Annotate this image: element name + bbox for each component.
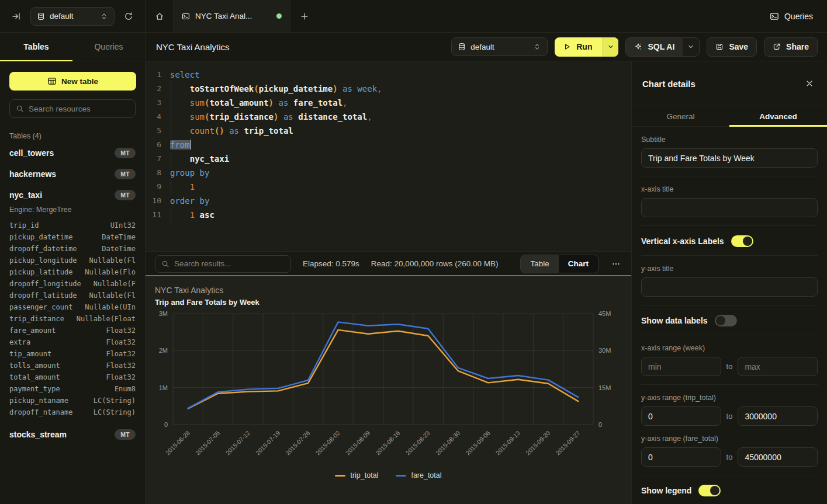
sidebar-table-cell_towers[interactable]: cell_towersMT (0, 142, 145, 164)
svg-text:2015-06-28: 2015-06-28 (164, 429, 192, 457)
toolbar-controls: default Run SQL AI Save (451, 37, 818, 57)
sql-editor[interactable]: 1select2 toStartOfWeek(pickup_datetime) … (146, 61, 631, 251)
new-table-button[interactable]: New table (9, 72, 136, 91)
sql-ai-button[interactable]: SQL AI (626, 38, 683, 56)
save-button[interactable]: Save (707, 37, 757, 57)
x-axis-title-input[interactable] (641, 198, 818, 217)
column-row: pickup_datetimeDateTime (9, 231, 136, 243)
show-legend-group: Show legend (641, 475, 818, 504)
x-axis-range-max-input[interactable] (738, 357, 818, 376)
chart-details-header: Chart details (632, 61, 827, 106)
view-toggle-chart-label: Chart (568, 259, 589, 268)
line-number: 3 (146, 96, 170, 110)
tab-advanced[interactable]: Advanced (729, 106, 827, 126)
column-row: extraFloat32 (9, 336, 136, 348)
svg-text:2015-09-06: 2015-09-06 (464, 429, 492, 457)
indent-guide (171, 152, 171, 166)
share-button[interactable]: Share (764, 37, 818, 57)
sidebar-table-hackernews[interactable]: hackernewsMT (0, 164, 145, 185)
new-tab-button[interactable] (290, 0, 319, 32)
chevron-updown-icon (100, 12, 108, 20)
database-icon (37, 12, 45, 20)
line-number: 10 (146, 194, 170, 208)
y-axis-range-trip-min-input[interactable] (641, 406, 721, 426)
svg-text:2015-08-30: 2015-08-30 (434, 429, 462, 457)
subtitle-input[interactable] (641, 148, 818, 168)
search-icon (16, 105, 24, 113)
x-axis-range-min-input[interactable] (641, 357, 721, 376)
line-number: 8 (146, 166, 170, 180)
chart-details-body: Subtitle x-axis title Vertical x-axis La… (632, 135, 827, 504)
column-row: dropoff_datetimeDateTime (9, 243, 136, 255)
results-search (155, 255, 291, 273)
column-row: tip_amountFloat32 (9, 348, 136, 360)
show-legend-toggle[interactable] (698, 485, 721, 496)
legend-item-trip_total[interactable]: trip_total (335, 471, 378, 479)
more-icon (611, 259, 621, 269)
refresh-button[interactable] (122, 9, 136, 23)
sidebar: Tables Queries New table Tables (4) cell… (0, 33, 146, 504)
table-name: hackernews (9, 169, 56, 179)
view-toggle: Table Chart (520, 255, 598, 273)
y-axis-title-input[interactable] (641, 277, 818, 297)
indent-guide (171, 110, 171, 124)
tab-advanced-label: Advanced (759, 112, 797, 121)
indent-guide (171, 180, 171, 194)
y-axis-range-trip-max-input[interactable] (738, 406, 818, 426)
editor-line: 5 count() as trip_total (146, 124, 631, 138)
view-toggle-table[interactable]: Table (521, 255, 558, 273)
query-tab-nyc-taxi[interactable]: NYC Taxi Anal... (174, 0, 290, 32)
legend-swatch (396, 475, 406, 477)
tab-general[interactable]: General (632, 106, 729, 126)
show-data-labels-toggle[interactable] (715, 315, 737, 326)
sql-console-app: default NYC Taxi Anal... Queries Tables (0, 0, 827, 504)
svg-text:2015-07-05: 2015-07-05 (194, 429, 222, 457)
sidebar-tabs: Tables Queries (0, 33, 145, 61)
view-toggle-table-label: Table (530, 259, 549, 268)
x-axis-title-field-group: x-axis title (641, 185, 818, 226)
database-selector-value: default (50, 12, 74, 20)
results-search-input[interactable] (174, 259, 285, 268)
sidebar-tab-tables[interactable]: Tables (0, 33, 72, 61)
chart-details-panel: Chart details General Advanced Subtitle … (631, 61, 827, 504)
column-row: trip_idUInt32 (9, 220, 136, 231)
y-axis-range-fare-min-input[interactable] (641, 447, 721, 467)
sql-ai-button-label: SQL AI (648, 42, 674, 51)
sidebar-table-stocks_stream[interactable]: stocks_streamMT (0, 424, 145, 445)
sql-ai-options-button[interactable] (683, 38, 699, 56)
resource-search-input[interactable] (29, 105, 129, 113)
home-button[interactable] (146, 0, 174, 32)
y-axis-range-trip-label: y-axis range (trip_total) (641, 394, 818, 402)
svg-text:2015-07-19: 2015-07-19 (254, 429, 282, 457)
column-row: payment_typeEnum8 (9, 383, 136, 395)
y-axis-range-fare-max-input[interactable] (738, 447, 818, 467)
toolbar-database-selector[interactable]: default (451, 37, 548, 56)
rows-read-stat: Read: 20,000,000 rows (260.00 MB) (371, 259, 499, 268)
collapse-sidebar-button[interactable] (9, 9, 23, 23)
sidebar-table-nyc_taxi[interactable]: nyc_taxiMT (0, 185, 145, 206)
play-icon (563, 43, 571, 51)
run-options-button[interactable] (603, 37, 618, 57)
sidebar-tab-queries[interactable]: Queries (72, 33, 145, 61)
queries-button[interactable]: Queries (770, 12, 813, 21)
chart-details-title: Chart details (642, 79, 695, 89)
column-row: pickup_longitudeNullable(Fl (9, 255, 136, 266)
vertical-x-labels-toggle[interactable] (731, 235, 753, 247)
column-row: dropoff_ntanameLC(String) (9, 406, 136, 418)
database-selector[interactable]: default (30, 7, 115, 26)
tables-section-title: Tables (4) (9, 132, 136, 140)
y-axis-range-fare-label: y-axis range (fare_total) (641, 435, 818, 443)
table-engine-label: Engine: MergeTree (0, 206, 145, 218)
indent-guide (171, 82, 171, 96)
subtitle-label: Subtitle (641, 135, 818, 144)
svg-text:0: 0 (164, 421, 168, 428)
view-toggle-chart[interactable]: Chart (559, 255, 598, 273)
run-button[interactable]: Run (555, 37, 603, 57)
results-more-button[interactable] (610, 258, 622, 270)
line-number: 5 (146, 124, 170, 138)
close-panel-button[interactable] (802, 77, 816, 91)
svg-text:2M: 2M (159, 347, 168, 354)
sparkle-icon (634, 43, 642, 51)
legend-item-fare_total[interactable]: fare_total (396, 471, 441, 479)
chevron-down-icon (607, 43, 615, 51)
